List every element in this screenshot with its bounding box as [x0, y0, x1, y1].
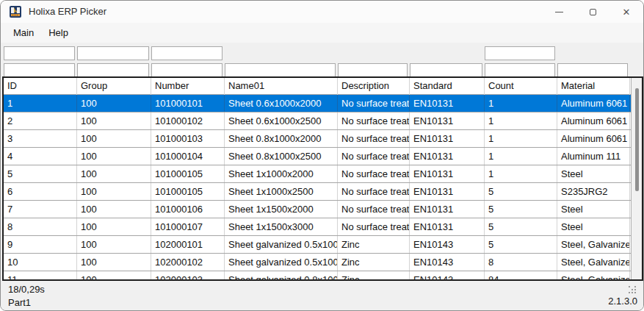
cell-group: 100: [77, 271, 151, 281]
scrollbar-thumb[interactable]: [635, 88, 639, 191]
cell-name01: Sheet galvanized 0.5x1000x...: [225, 254, 338, 271]
cell-standard: EN10131: [410, 218, 485, 235]
cell-material: Aluminum 6061: [557, 130, 630, 147]
table-row[interactable]: 7100101000106Sheet 1x1500x2000No surface…: [4, 201, 631, 218]
cell-description: No surface treat...: [338, 95, 410, 112]
cell-group: 100: [77, 183, 151, 200]
column-header-description[interactable]: Description: [338, 78, 410, 95]
filter-input-material-row2[interactable]: [557, 63, 628, 77]
cell-number: 101000104: [151, 148, 225, 165]
cell-group: 100: [77, 254, 151, 271]
cell-count: 5: [485, 218, 557, 235]
cell-name01: Sheet 1x1000x2500: [225, 183, 338, 200]
cell-group: 100: [77, 201, 151, 218]
cell-name01: Sheet 1x1000x2000: [225, 165, 338, 182]
maximize-icon: [590, 9, 596, 15]
cell-number: 101000102: [151, 112, 225, 129]
minimize-icon: [555, 12, 563, 12]
filter-input-standard-row2[interactable]: [410, 63, 482, 77]
cell-material: Steel: [557, 165, 630, 182]
table-row[interactable]: 4100101000104Sheet 0.8x1000x2500No surfa…: [4, 148, 631, 165]
filter-input-description-row2[interactable]: [338, 63, 408, 77]
column-header-number[interactable]: Number: [151, 78, 225, 95]
cell-name01: Sheet galvanized 0.8x1000x...: [225, 271, 338, 281]
cell-name01: Sheet 0.8x1000x2000: [225, 130, 338, 147]
cell-count: 5: [485, 236, 557, 253]
version-label: 2.1.3.0: [608, 296, 637, 307]
filter-input-id-row2[interactable]: [4, 63, 75, 77]
status-count-label: 18/0,29s: [8, 284, 45, 295]
cell-material: Steel, Galvanized: [557, 271, 630, 281]
menu-bar: MainHelp: [1, 23, 643, 43]
cell-standard: EN10131: [410, 130, 485, 147]
minimize-button[interactable]: [542, 1, 576, 23]
cell-group: 100: [77, 236, 151, 253]
table-row[interactable]: 3100101000103Sheet 0.8x1000x2000No surfa…: [4, 130, 631, 148]
cell-description: No surface treat...: [338, 218, 410, 235]
filter-input-number-row1[interactable]: [151, 46, 222, 60]
cell-number: 101000105: [151, 165, 225, 182]
column-header-group[interactable]: Group: [77, 78, 151, 95]
cell-number: 102000102: [151, 254, 225, 271]
cell-standard: EN10131: [410, 112, 485, 129]
table-row[interactable]: 1100101000101Sheet 0.6x1000x2000No surfa…: [4, 95, 631, 112]
filter-input-name01-row2[interactable]: [225, 63, 336, 77]
table-row[interactable]: 10100102000102Sheet galvanized 0.5x1000x…: [4, 254, 631, 271]
filter-input-count-row2[interactable]: [485, 63, 555, 77]
cell-standard: EN10131: [410, 201, 485, 218]
cell-number: 101000107: [151, 218, 225, 235]
cell-id: 2: [4, 112, 77, 129]
table-row[interactable]: 11100102000103Sheet galvanized 0.8x1000x…: [4, 271, 631, 281]
table-row[interactable]: 2100101000102Sheet 0.6x1000x2500No surfa…: [4, 112, 631, 130]
cell-id: 6: [4, 183, 77, 200]
cell-material: Steel, Galvanized: [557, 254, 630, 271]
filter-input-id-row1[interactable]: [4, 46, 75, 60]
column-header-name01[interactable]: Name01: [225, 78, 338, 95]
cell-material: Steel: [557, 218, 630, 235]
column-header-material[interactable]: Material: [557, 78, 630, 95]
cell-id: 7: [4, 201, 77, 218]
cell-group: 100: [77, 112, 151, 129]
filter-input-count-row1[interactable]: [485, 46, 555, 60]
maximize-button[interactable]: [576, 1, 609, 23]
app-icon: [10, 6, 21, 18]
cell-material: Aluminum 111: [557, 148, 630, 165]
close-button[interactable]: ✕: [609, 1, 643, 23]
resize-grip[interactable]: [629, 286, 637, 294]
cell-material: Aluminum 6061: [557, 112, 630, 129]
filter-panel: [1, 43, 643, 77]
grid-body: 1100101000101Sheet 0.6x1000x2000No surfa…: [4, 95, 631, 281]
cell-description: No surface treat...: [338, 130, 410, 147]
vertical-scrollbar[interactable]: [631, 78, 642, 279]
cell-description: No surface treat...: [338, 112, 410, 129]
cell-group: 100: [77, 165, 151, 182]
cell-name01: Sheet 0.6x1000x2000: [225, 95, 338, 112]
column-header-id[interactable]: ID: [4, 78, 77, 95]
column-header-count[interactable]: Count: [485, 78, 557, 95]
window-title: Holixa ERP Picker: [29, 6, 106, 17]
table-row[interactable]: 6100101000105Sheet 1x1000x2500No surface…: [4, 183, 631, 201]
cell-number: 102000103: [151, 271, 225, 281]
cell-description: Zinc: [338, 271, 410, 281]
cell-id: 5: [4, 165, 77, 182]
cell-number: 102000101: [151, 236, 225, 253]
menu-item-main[interactable]: Main: [6, 24, 41, 41]
column-header-standard[interactable]: Standard: [410, 78, 485, 95]
filter-input-group-row2[interactable]: [77, 63, 149, 77]
table-row[interactable]: 5100101000105Sheet 1x1000x2000No surface…: [4, 165, 631, 183]
cell-description: No surface treat...: [338, 183, 410, 200]
table-row[interactable]: 9100102000101Sheet galvanized 0.5x1000x.…: [4, 236, 631, 254]
cell-id: 11: [4, 271, 77, 281]
cell-standard: EN10131: [410, 183, 485, 200]
table-row[interactable]: 8100101000107Sheet 1x1500x3000No surface…: [4, 218, 631, 236]
cell-standard: EN10143: [410, 236, 485, 253]
cell-standard: EN10131: [410, 95, 485, 112]
cell-number: 101000101: [151, 95, 225, 112]
cell-description: No surface treat...: [338, 201, 410, 218]
cell-group: 100: [77, 148, 151, 165]
title-bar: Holixa ERP Picker ✕: [1, 1, 643, 23]
filter-input-number-row2[interactable]: [151, 63, 222, 77]
filter-input-group-row1[interactable]: [77, 46, 149, 60]
cell-name01: Sheet 1x1500x2000: [225, 201, 338, 218]
menu-item-help[interactable]: Help: [41, 24, 76, 41]
